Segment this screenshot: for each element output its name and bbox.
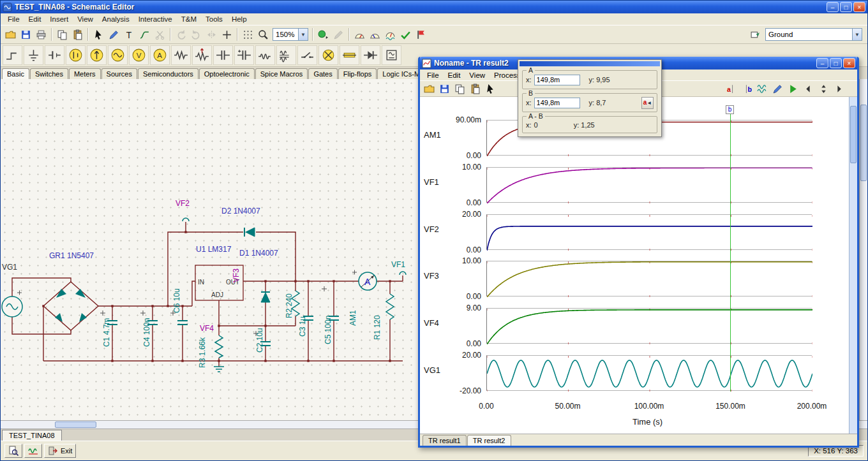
generator-icon[interactable] — [108, 45, 128, 65]
menu-view[interactable]: View — [73, 14, 98, 24]
relay-icon[interactable] — [382, 45, 401, 65]
cursor-a-set-button[interactable]: a◄ — [641, 97, 654, 109]
ground-icon[interactable] — [24, 45, 43, 65]
diode-icon[interactable] — [361, 45, 380, 65]
menu-help[interactable]: Help — [227, 14, 251, 24]
cursor-b-line[interactable] — [730, 107, 731, 391]
document-tab[interactable]: TEST_TINA08 — [2, 430, 62, 441]
zoom-page-button[interactable] — [4, 444, 22, 458]
wire-tool-button[interactable] — [137, 27, 152, 42]
symbol-editor-button[interactable] — [748, 27, 763, 42]
interpolate-button[interactable] — [755, 82, 770, 96]
main-vertical-scrollbar[interactable] — [859, 79, 867, 420]
menu-insert[interactable]: Insert — [45, 14, 73, 24]
exit-button[interactable]: Exit — [44, 444, 76, 458]
schematic-drawing[interactable]: VG1GR1 1N5407VF2D2 1N4007U1 LM317D1 1N40… — [1, 79, 419, 415]
rotate-left-button[interactable] — [174, 27, 188, 42]
result-tab-tr-result2[interactable]: TR result2 — [467, 435, 511, 446]
minimize-button[interactable]: – — [827, 2, 839, 12]
wire-icon[interactable] — [3, 45, 22, 65]
signal-view-button[interactable] — [24, 444, 42, 458]
d2-diode[interactable] — [246, 228, 255, 237]
menu-file[interactable]: File — [423, 70, 444, 80]
edit-tool-button[interactable] — [331, 27, 346, 42]
interactive-mode-button[interactable] — [316, 27, 331, 42]
plot-strip-VG1[interactable] — [486, 355, 812, 391]
menu-interactive[interactable]: Interactive — [134, 14, 177, 24]
current-source-icon[interactable] — [87, 45, 107, 65]
zoom-button[interactable] — [256, 27, 271, 42]
cursor-a-button[interactable]: a — [724, 82, 739, 96]
diagram-vertical-scrollbar[interactable] — [849, 97, 857, 434]
diagram-minimize-button[interactable]: – — [816, 58, 828, 68]
transformer-icon[interactable] — [276, 45, 296, 65]
lamp-icon[interactable] — [318, 45, 338, 65]
close-button[interactable]: × — [853, 2, 865, 12]
save-button[interactable] — [437, 82, 452, 96]
paste-button[interactable] — [70, 27, 85, 42]
component-tab-optoelectronic[interactable]: Optoelectronic — [199, 68, 255, 79]
plot-strip-VF1[interactable] — [486, 167, 812, 203]
cursor-b-x-input[interactable] — [534, 98, 580, 108]
r3-resistor[interactable] — [215, 335, 223, 358]
page-spin-button[interactable] — [816, 82, 831, 96]
prev-page-button[interactable] — [801, 82, 816, 96]
io-flag-button[interactable] — [414, 27, 428, 42]
menu-file[interactable]: File — [3, 14, 24, 24]
plot-strip-VF2[interactable] — [486, 214, 812, 250]
bridge-rectifier[interactable] — [55, 289, 87, 322]
scrollbar-thumb[interactable] — [860, 105, 867, 181]
text-tool-button[interactable]: T — [122, 27, 137, 42]
voltage-source-icon[interactable] — [66, 45, 86, 65]
cursor-b-button[interactable]: b — [740, 82, 754, 96]
component-tab-basic[interactable]: Basic — [2, 68, 29, 79]
crosshair-button[interactable] — [220, 27, 234, 42]
menu-edit[interactable]: Edit — [24, 14, 46, 24]
menu-analysis[interactable]: Analysis — [98, 14, 134, 24]
annotate-button[interactable] — [770, 82, 785, 96]
component-tab-switches[interactable]: Switches — [30, 68, 68, 79]
diagram-restore-button[interactable]: □ — [830, 58, 842, 68]
component-tab-flip-flops[interactable]: Flip-flops — [338, 68, 377, 79]
scrollbar-thumb[interactable] — [850, 106, 857, 163]
copy-button[interactable] — [55, 27, 70, 42]
capacitor-icon[interactable] — [213, 45, 233, 65]
select-tool-button[interactable] — [91, 27, 106, 42]
switch-icon[interactable] — [297, 45, 317, 65]
chevron-down-icon[interactable]: ▼ — [852, 29, 862, 40]
menu-tools[interactable]: Tools — [201, 14, 227, 24]
diodes[interactable] — [244, 228, 270, 302]
component-tab-sources[interactable]: Sources — [101, 68, 137, 79]
plot-strip-VF3[interactable] — [486, 261, 812, 296]
menu-tm[interactable]: T&M — [177, 14, 201, 24]
potentiometer-icon[interactable] — [192, 45, 212, 65]
run-button[interactable] — [786, 82, 800, 96]
result-tab-tr-result1[interactable]: TR result1 — [423, 435, 467, 446]
plot-client-area[interactable]: AM190.00m0.00VF110.000.00VF220.000.00VF3… — [420, 97, 857, 434]
open-button[interactable] — [422, 82, 437, 96]
dc-meter-button[interactable] — [352, 27, 367, 42]
component-tab-spice-macros[interactable]: Spice Macros — [255, 68, 308, 79]
diagram-close-button[interactable]: × — [843, 58, 855, 68]
inductor-icon[interactable] — [255, 45, 275, 65]
menu-edit[interactable]: Edit — [444, 70, 465, 80]
transient-meter-button[interactable] — [383, 27, 398, 42]
vf1-probe[interactable] — [400, 272, 406, 275]
component-tab-gates[interactable]: Gates — [308, 68, 337, 79]
component-tab-meters[interactable]: Meters — [69, 68, 101, 79]
main-titlebar[interactable]: TEST_TINA08 - Schematic Editor – □ × — [1, 1, 867, 13]
chevron-down-icon[interactable]: ▼ — [298, 29, 308, 40]
plot-strip-VF4[interactable] — [486, 308, 812, 344]
maximize-button[interactable]: □ — [840, 2, 852, 12]
voltmeter-icon[interactable]: V — [129, 45, 149, 65]
r1-resistor[interactable] — [386, 294, 394, 319]
ers-check-button[interactable] — [398, 27, 413, 42]
select-tool-button[interactable] — [483, 82, 498, 96]
plot-area[interactable]: AM190.00m0.00VF110.000.00VF220.000.00VF3… — [420, 97, 849, 434]
ammeter-icon[interactable]: A — [150, 45, 170, 65]
copy-button[interactable] — [453, 82, 467, 96]
battery-icon[interactable] — [45, 45, 64, 65]
rotate-right-button[interactable] — [189, 27, 204, 42]
electrolytic-capacitor-icon[interactable] — [234, 45, 254, 65]
cursor-panel-titlebar[interactable] — [520, 61, 660, 66]
